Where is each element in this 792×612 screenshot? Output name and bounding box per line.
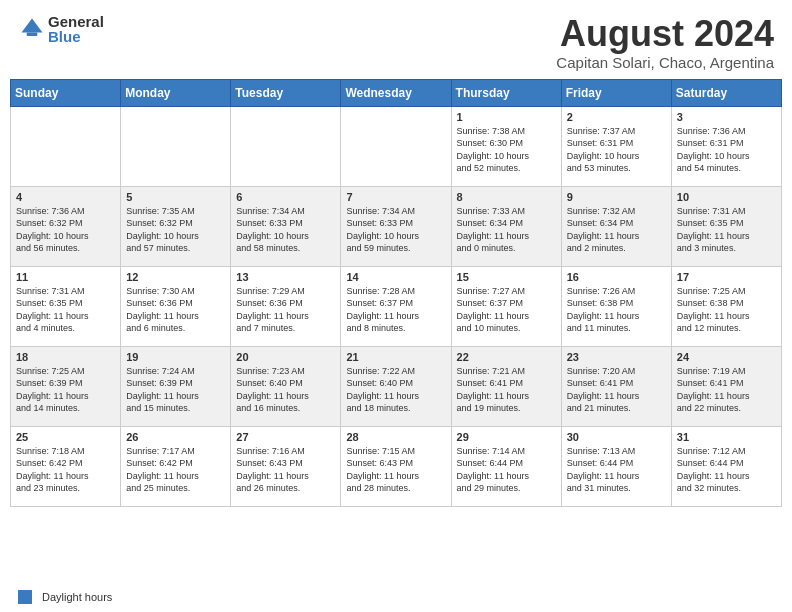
calendar-cell <box>121 106 231 186</box>
cell-info: Sunrise: 7:32 AM Sunset: 6:34 PM Dayligh… <box>567 205 666 255</box>
day-number: 29 <box>457 431 556 443</box>
cell-info: Sunrise: 7:12 AM Sunset: 6:44 PM Dayligh… <box>677 445 776 495</box>
calendar-cell: 17Sunrise: 7:25 AM Sunset: 6:38 PM Dayli… <box>671 266 781 346</box>
day-number: 28 <box>346 431 445 443</box>
calendar-cell: 28Sunrise: 7:15 AM Sunset: 6:43 PM Dayli… <box>341 426 451 506</box>
header-day-friday: Friday <box>561 79 671 106</box>
legend-label: Daylight hours <box>42 591 112 603</box>
day-number: 26 <box>126 431 225 443</box>
logo-text: General Blue <box>48 14 104 44</box>
day-number: 18 <box>16 351 115 363</box>
calendar-cell: 31Sunrise: 7:12 AM Sunset: 6:44 PM Dayli… <box>671 426 781 506</box>
cell-info: Sunrise: 7:23 AM Sunset: 6:40 PM Dayligh… <box>236 365 335 415</box>
header-day-wednesday: Wednesday <box>341 79 451 106</box>
day-number: 27 <box>236 431 335 443</box>
calendar-cell: 3Sunrise: 7:36 AM Sunset: 6:31 PM Daylig… <box>671 106 781 186</box>
cell-info: Sunrise: 7:22 AM Sunset: 6:40 PM Dayligh… <box>346 365 445 415</box>
calendar-cell: 19Sunrise: 7:24 AM Sunset: 6:39 PM Dayli… <box>121 346 231 426</box>
day-number: 17 <box>677 271 776 283</box>
location: Capitan Solari, Chaco, Argentina <box>556 54 774 71</box>
logo-blue: Blue <box>48 29 104 44</box>
title-block: August 2024 Capitan Solari, Chaco, Argen… <box>556 14 774 71</box>
week-row-3: 18Sunrise: 7:25 AM Sunset: 6:39 PM Dayli… <box>11 346 782 426</box>
cell-info: Sunrise: 7:29 AM Sunset: 6:36 PM Dayligh… <box>236 285 335 335</box>
cell-info: Sunrise: 7:27 AM Sunset: 6:37 PM Dayligh… <box>457 285 556 335</box>
cell-info: Sunrise: 7:30 AM Sunset: 6:36 PM Dayligh… <box>126 285 225 335</box>
calendar-cell: 16Sunrise: 7:26 AM Sunset: 6:38 PM Dayli… <box>561 266 671 346</box>
cell-info: Sunrise: 7:17 AM Sunset: 6:42 PM Dayligh… <box>126 445 225 495</box>
day-number: 10 <box>677 191 776 203</box>
calendar-cell: 2Sunrise: 7:37 AM Sunset: 6:31 PM Daylig… <box>561 106 671 186</box>
day-number: 8 <box>457 191 556 203</box>
day-number: 1 <box>457 111 556 123</box>
day-number: 14 <box>346 271 445 283</box>
cell-info: Sunrise: 7:16 AM Sunset: 6:43 PM Dayligh… <box>236 445 335 495</box>
calendar-cell: 7Sunrise: 7:34 AM Sunset: 6:33 PM Daylig… <box>341 186 451 266</box>
week-row-4: 25Sunrise: 7:18 AM Sunset: 6:42 PM Dayli… <box>11 426 782 506</box>
calendar-cell: 25Sunrise: 7:18 AM Sunset: 6:42 PM Dayli… <box>11 426 121 506</box>
day-number: 6 <box>236 191 335 203</box>
calendar-cell: 24Sunrise: 7:19 AM Sunset: 6:41 PM Dayli… <box>671 346 781 426</box>
day-number: 19 <box>126 351 225 363</box>
cell-info: Sunrise: 7:25 AM Sunset: 6:39 PM Dayligh… <box>16 365 115 415</box>
calendar-cell: 22Sunrise: 7:21 AM Sunset: 6:41 PM Dayli… <box>451 346 561 426</box>
calendar-cell: 1Sunrise: 7:38 AM Sunset: 6:30 PM Daylig… <box>451 106 561 186</box>
day-number: 12 <box>126 271 225 283</box>
day-number: 5 <box>126 191 225 203</box>
day-number: 16 <box>567 271 666 283</box>
cell-info: Sunrise: 7:31 AM Sunset: 6:35 PM Dayligh… <box>16 285 115 335</box>
logo-general: General <box>48 14 104 29</box>
day-number: 13 <box>236 271 335 283</box>
calendar-cell: 12Sunrise: 7:30 AM Sunset: 6:36 PM Dayli… <box>121 266 231 346</box>
day-number: 22 <box>457 351 556 363</box>
calendar-cell: 29Sunrise: 7:14 AM Sunset: 6:44 PM Dayli… <box>451 426 561 506</box>
calendar-cell <box>341 106 451 186</box>
day-number: 7 <box>346 191 445 203</box>
calendar-cell: 8Sunrise: 7:33 AM Sunset: 6:34 PM Daylig… <box>451 186 561 266</box>
page: General Blue August 2024 Capitan Solari,… <box>0 0 792 612</box>
header-row: SundayMondayTuesdayWednesdayThursdayFrid… <box>11 79 782 106</box>
calendar-cell: 30Sunrise: 7:13 AM Sunset: 6:44 PM Dayli… <box>561 426 671 506</box>
calendar-cell: 21Sunrise: 7:22 AM Sunset: 6:40 PM Dayli… <box>341 346 451 426</box>
header-day-saturday: Saturday <box>671 79 781 106</box>
day-number: 25 <box>16 431 115 443</box>
footer: Daylight hours <box>0 586 792 612</box>
cell-info: Sunrise: 7:28 AM Sunset: 6:37 PM Dayligh… <box>346 285 445 335</box>
calendar-cell: 18Sunrise: 7:25 AM Sunset: 6:39 PM Dayli… <box>11 346 121 426</box>
cell-info: Sunrise: 7:21 AM Sunset: 6:41 PM Dayligh… <box>457 365 556 415</box>
week-row-1: 4Sunrise: 7:36 AM Sunset: 6:32 PM Daylig… <box>11 186 782 266</box>
logo: General Blue <box>18 14 104 44</box>
day-number: 3 <box>677 111 776 123</box>
header-day-monday: Monday <box>121 79 231 106</box>
week-row-2: 11Sunrise: 7:31 AM Sunset: 6:35 PM Dayli… <box>11 266 782 346</box>
calendar-cell: 11Sunrise: 7:31 AM Sunset: 6:35 PM Dayli… <box>11 266 121 346</box>
cell-info: Sunrise: 7:34 AM Sunset: 6:33 PM Dayligh… <box>236 205 335 255</box>
day-number: 11 <box>16 271 115 283</box>
cell-info: Sunrise: 7:18 AM Sunset: 6:42 PM Dayligh… <box>16 445 115 495</box>
cell-info: Sunrise: 7:26 AM Sunset: 6:38 PM Dayligh… <box>567 285 666 335</box>
cell-info: Sunrise: 7:19 AM Sunset: 6:41 PM Dayligh… <box>677 365 776 415</box>
calendar-body: 1Sunrise: 7:38 AM Sunset: 6:30 PM Daylig… <box>11 106 782 506</box>
cell-info: Sunrise: 7:24 AM Sunset: 6:39 PM Dayligh… <box>126 365 225 415</box>
day-number: 23 <box>567 351 666 363</box>
legend-box-icon <box>18 590 32 604</box>
calendar-cell: 9Sunrise: 7:32 AM Sunset: 6:34 PM Daylig… <box>561 186 671 266</box>
svg-rect-1 <box>27 33 38 37</box>
day-number: 24 <box>677 351 776 363</box>
calendar-table: SundayMondayTuesdayWednesdayThursdayFrid… <box>10 79 782 507</box>
calendar-cell: 20Sunrise: 7:23 AM Sunset: 6:40 PM Dayli… <box>231 346 341 426</box>
calendar-cell: 27Sunrise: 7:16 AM Sunset: 6:43 PM Dayli… <box>231 426 341 506</box>
cell-info: Sunrise: 7:15 AM Sunset: 6:43 PM Dayligh… <box>346 445 445 495</box>
calendar-cell: 26Sunrise: 7:17 AM Sunset: 6:42 PM Dayli… <box>121 426 231 506</box>
day-number: 30 <box>567 431 666 443</box>
month-year: August 2024 <box>556 14 774 54</box>
calendar-cell: 6Sunrise: 7:34 AM Sunset: 6:33 PM Daylig… <box>231 186 341 266</box>
day-number: 21 <box>346 351 445 363</box>
logo-icon <box>18 15 46 43</box>
header-day-sunday: Sunday <box>11 79 121 106</box>
header: General Blue August 2024 Capitan Solari,… <box>0 0 792 79</box>
calendar-cell: 14Sunrise: 7:28 AM Sunset: 6:37 PM Dayli… <box>341 266 451 346</box>
day-number: 15 <box>457 271 556 283</box>
header-day-thursday: Thursday <box>451 79 561 106</box>
day-number: 9 <box>567 191 666 203</box>
